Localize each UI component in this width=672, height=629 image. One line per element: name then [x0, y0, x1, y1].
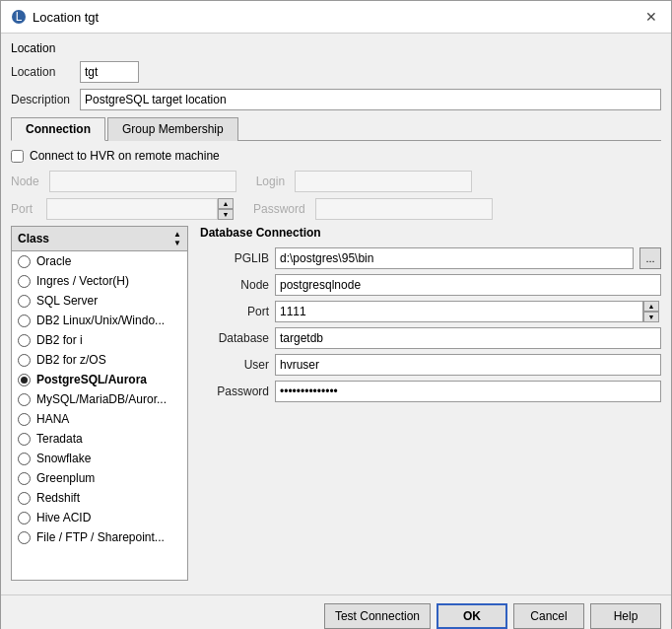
node-label: Node [11, 175, 39, 188]
radio-ingres [18, 275, 31, 288]
list-item[interactable]: Hive ACID [12, 508, 187, 527]
cancel-button[interactable]: Cancel [513, 603, 584, 629]
class-scroll-arrows: ▲ ▼ [173, 230, 181, 247]
list-item[interactable]: Teradata [12, 429, 187, 449]
db-node-input[interactable] [275, 274, 661, 296]
pglib-label: PGLIB [200, 251, 269, 265]
pglib-row: PGLIB ... [200, 247, 661, 269]
db-user-row: User [200, 354, 661, 376]
location-section-label: Location [11, 41, 661, 55]
list-item[interactable]: SQL Server [12, 291, 187, 311]
close-button[interactable]: ✕ [641, 7, 661, 27]
node-port-row: Node Login [11, 171, 661, 192]
class-label-greenplum: Greenplum [36, 471, 95, 485]
class-label-hiveacid: Hive ACID [36, 511, 91, 524]
radio-hana [18, 413, 31, 426]
db-user-label: User [200, 358, 269, 372]
db-user-input[interactable] [275, 354, 661, 376]
help-button[interactable]: Help [590, 603, 661, 629]
db-port-down[interactable]: ▼ [643, 312, 659, 322]
radio-db2z [18, 354, 31, 367]
radio-postgresql [18, 374, 31, 386]
db-port-up[interactable]: ▲ [643, 301, 659, 312]
browse-button[interactable]: ... [639, 247, 661, 269]
db-port-row: Port ▲ ▼ [200, 301, 661, 322]
pglib-input[interactable] [275, 247, 634, 269]
description-field-row: Description [11, 89, 661, 110]
class-label-ingres: Ingres / Vector(H) [36, 274, 129, 288]
class-panel: Class ▲ ▼ Oracle Ingres / Vector(H) [11, 226, 188, 581]
db-database-input[interactable] [275, 327, 661, 349]
login-input[interactable] [295, 171, 472, 192]
password-label-top: Password [253, 202, 305, 216]
db-node-label: Node [200, 278, 269, 292]
class-label-hana: HANA [36, 412, 69, 426]
radio-db2linux [18, 314, 31, 327]
class-label-oracle: Oracle [36, 254, 71, 268]
port-down-top[interactable]: ▼ [218, 209, 234, 220]
remote-checkbox-label: Connect to HVR on remote machine [30, 149, 220, 163]
list-item[interactable]: DB2 Linux/Unix/Windo... [12, 311, 187, 330]
test-connection-button[interactable]: Test Connection [324, 603, 431, 629]
port-row-top: Port ▲ ▼ Password [11, 198, 661, 220]
list-item[interactable]: HANA [12, 409, 187, 429]
app-icon: L [11, 9, 27, 25]
title-bar: L Location tgt ✕ [1, 1, 671, 34]
class-panel-header: Class ▲ ▼ [12, 227, 187, 251]
dialog-window: L Location tgt ✕ Location Location Descr… [0, 0, 672, 629]
radio-mysql [18, 393, 31, 406]
list-item[interactable]: Snowflake [12, 449, 187, 468]
class-label-sqlserver: SQL Server [36, 294, 98, 308]
radio-greenplum [18, 472, 31, 485]
ok-button[interactable]: OK [437, 603, 507, 629]
port-input-top[interactable] [46, 198, 218, 220]
class-label-mysql: MySQL/MariaDB/Auror... [36, 392, 167, 406]
radio-hiveacid [18, 512, 31, 524]
class-label-teradata: Teradata [36, 432, 83, 446]
db-section-title: Database Connection [200, 226, 661, 240]
port-spinners-top: ▲ ▼ [218, 198, 234, 220]
radio-sqlserver [18, 295, 31, 308]
class-header-label: Class [18, 232, 49, 245]
tab-connection[interactable]: Connection [11, 117, 105, 141]
class-label-postgresql: PostgreSQL/Aurora [36, 373, 147, 386]
list-item[interactable]: DB2 for i [12, 330, 187, 350]
scroll-up-btn[interactable]: ▲ [173, 230, 181, 239]
tab-bar: Connection Group Membership [11, 116, 661, 141]
db-password-label: Password [200, 384, 269, 398]
list-item[interactable]: Ingres / Vector(H) [12, 271, 187, 291]
dialog-title: Location tgt [33, 10, 99, 25]
port-label: Port [11, 202, 33, 216]
list-item[interactable]: MySQL/MariaDB/Auror... [12, 389, 187, 409]
db-password-row: Password [200, 381, 661, 402]
radio-snowflake [18, 453, 31, 465]
list-item[interactable]: Greenplum [12, 468, 187, 488]
title-bar-left: L Location tgt [11, 9, 99, 25]
db-port-input[interactable] [275, 301, 643, 322]
list-item[interactable]: Redshift [12, 488, 187, 508]
port-up-top[interactable]: ▲ [218, 198, 234, 209]
db-password-input[interactable] [275, 381, 661, 402]
main-section: Class ▲ ▼ Oracle Ingres / Vector(H) [11, 226, 661, 581]
list-item[interactable]: Oracle [12, 251, 187, 271]
list-item[interactable]: File / FTP / Sharepoint... [12, 527, 187, 547]
svg-text:L: L [16, 10, 23, 24]
password-input-top[interactable] [315, 198, 493, 220]
description-label: Description [11, 93, 80, 106]
list-item[interactable]: PostgreSQL/Aurora [12, 370, 187, 389]
list-item[interactable]: DB2 for z/OS [12, 350, 187, 370]
radio-redshift [18, 492, 31, 505]
scroll-down-btn[interactable]: ▼ [173, 239, 181, 247]
radio-oracle [18, 255, 31, 268]
class-label-db2z: DB2 for z/OS [36, 353, 106, 367]
radio-teradata [18, 433, 31, 446]
location-input[interactable] [80, 61, 139, 83]
node-input[interactable] [49, 171, 236, 192]
location-group-label: Location [11, 41, 55, 55]
db-connection-section: Database Connection PGLIB ... Node Port [188, 226, 661, 581]
description-input[interactable] [80, 89, 661, 110]
location-field-row: Location [11, 61, 661, 83]
remote-checkbox[interactable] [11, 150, 24, 163]
tab-group-membership[interactable]: Group Membership [107, 117, 238, 141]
db-database-label: Database [200, 331, 269, 345]
